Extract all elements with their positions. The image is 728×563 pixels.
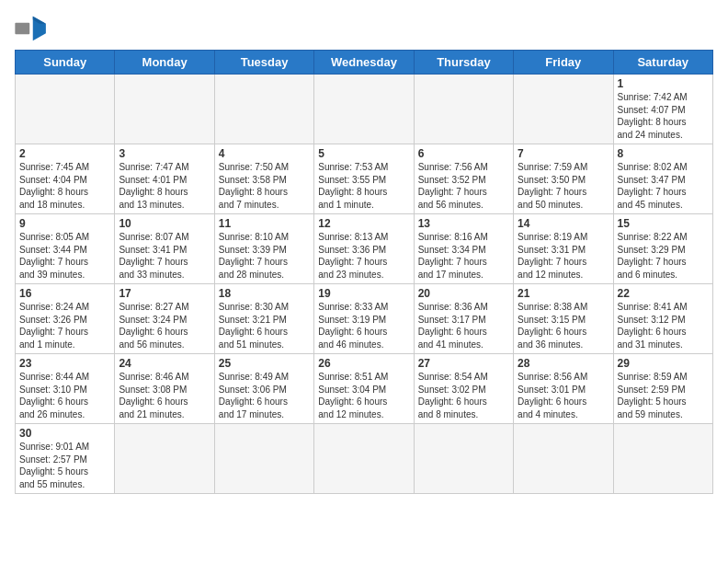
day-number: 28 <box>518 357 609 370</box>
day-number: 6 <box>418 147 509 160</box>
calendar-cell: 12Sunrise: 8:13 AM Sunset: 3:36 PM Dayli… <box>314 214 414 284</box>
day-info: Sunrise: 8:38 AM Sunset: 3:15 PM Dayligh… <box>518 301 609 350</box>
calendar-cell: 15Sunrise: 8:22 AM Sunset: 3:29 PM Dayli… <box>613 214 712 284</box>
calendar-week-2: 2Sunrise: 7:45 AM Sunset: 4:04 PM Daylig… <box>16 144 713 214</box>
calendar-cell: 23Sunrise: 8:44 AM Sunset: 3:10 PM Dayli… <box>16 354 115 424</box>
day-number: 15 <box>618 217 709 230</box>
calendar-cell <box>314 75 414 144</box>
calendar-cell: 21Sunrise: 8:38 AM Sunset: 3:15 PM Dayli… <box>514 284 613 354</box>
calendar-cell: 26Sunrise: 8:51 AM Sunset: 3:04 PM Dayli… <box>314 354 414 424</box>
day-info: Sunrise: 8:56 AM Sunset: 3:01 PM Dayligh… <box>518 371 609 420</box>
calendar-cell: 8Sunrise: 8:02 AM Sunset: 3:47 PM Daylig… <box>613 144 712 214</box>
svg-rect-0 <box>15 23 29 34</box>
day-info: Sunrise: 7:42 AM Sunset: 4:07 PM Dayligh… <box>618 91 709 141</box>
weekday-header-tuesday: Tuesday <box>214 51 313 75</box>
day-info: Sunrise: 8:36 AM Sunset: 3:17 PM Dayligh… <box>418 301 509 350</box>
day-info: Sunrise: 9:01 AM Sunset: 2:57 PM Dayligh… <box>19 441 110 490</box>
day-number: 13 <box>418 217 509 230</box>
day-info: Sunrise: 8:27 AM Sunset: 3:24 PM Dayligh… <box>119 301 210 350</box>
calendar-cell <box>16 75 115 144</box>
day-number: 11 <box>219 217 310 230</box>
day-number: 5 <box>318 147 409 160</box>
calendar-cell <box>514 75 613 144</box>
calendar-cell <box>414 75 513 144</box>
calendar-cell: 6Sunrise: 7:56 AM Sunset: 3:52 PM Daylig… <box>414 144 513 214</box>
calendar-cell <box>514 424 613 494</box>
day-info: Sunrise: 8:51 AM Sunset: 3:04 PM Dayligh… <box>318 371 409 420</box>
calendar-page: SundayMondayTuesdayWednesdayThursdayFrid… <box>0 0 728 563</box>
day-number: 19 <box>318 287 409 300</box>
day-info: Sunrise: 8:46 AM Sunset: 3:08 PM Dayligh… <box>119 371 210 420</box>
calendar-table: SundayMondayTuesdayWednesdayThursdayFrid… <box>15 50 713 494</box>
day-info: Sunrise: 8:41 AM Sunset: 3:12 PM Dayligh… <box>618 301 709 350</box>
day-info: Sunrise: 8:22 AM Sunset: 3:29 PM Dayligh… <box>618 231 709 281</box>
day-number: 18 <box>219 287 310 300</box>
day-number: 20 <box>418 287 509 300</box>
calendar-header: SundayMondayTuesdayWednesdayThursdayFrid… <box>16 51 713 75</box>
calendar-cell: 9Sunrise: 8:05 AM Sunset: 3:44 PM Daylig… <box>16 214 115 284</box>
day-number: 9 <box>19 217 110 230</box>
calendar-cell: 27Sunrise: 8:54 AM Sunset: 3:02 PM Dayli… <box>414 354 513 424</box>
weekday-header-friday: Friday <box>514 51 613 75</box>
day-number: 3 <box>119 147 210 160</box>
calendar-cell: 20Sunrise: 8:36 AM Sunset: 3:17 PM Dayli… <box>414 284 513 354</box>
calendar-cell <box>115 75 214 144</box>
day-number: 25 <box>219 357 310 370</box>
day-number: 2 <box>19 147 110 160</box>
day-number: 29 <box>618 357 709 370</box>
calendar-cell: 14Sunrise: 8:19 AM Sunset: 3:31 PM Dayli… <box>514 214 613 284</box>
day-info: Sunrise: 8:49 AM Sunset: 3:06 PM Dayligh… <box>219 371 310 420</box>
calendar-cell: 7Sunrise: 7:59 AM Sunset: 3:50 PM Daylig… <box>514 144 613 214</box>
day-info: Sunrise: 8:16 AM Sunset: 3:34 PM Dayligh… <box>418 231 509 281</box>
day-number: 21 <box>518 287 609 300</box>
calendar-cell <box>414 424 513 494</box>
calendar-cell: 19Sunrise: 8:33 AM Sunset: 3:19 PM Dayli… <box>314 284 414 354</box>
calendar-week-1: 1Sunrise: 7:42 AM Sunset: 4:07 PM Daylig… <box>16 75 713 144</box>
day-info: Sunrise: 7:56 AM Sunset: 3:52 PM Dayligh… <box>418 161 509 211</box>
calendar-week-6: 30Sunrise: 9:01 AM Sunset: 2:57 PM Dayli… <box>16 424 713 494</box>
day-info: Sunrise: 8:10 AM Sunset: 3:39 PM Dayligh… <box>219 231 310 281</box>
day-info: Sunrise: 8:07 AM Sunset: 3:41 PM Dayligh… <box>119 231 210 281</box>
day-number: 1 <box>618 77 709 90</box>
day-info: Sunrise: 8:13 AM Sunset: 3:36 PM Dayligh… <box>318 231 409 281</box>
calendar-cell: 1Sunrise: 7:42 AM Sunset: 4:07 PM Daylig… <box>613 75 712 144</box>
calendar-cell: 2Sunrise: 7:45 AM Sunset: 4:04 PM Daylig… <box>16 144 115 214</box>
day-number: 17 <box>119 287 210 300</box>
calendar-cell: 24Sunrise: 8:46 AM Sunset: 3:08 PM Dayli… <box>115 354 214 424</box>
calendar-cell: 5Sunrise: 7:53 AM Sunset: 3:55 PM Daylig… <box>314 144 414 214</box>
day-info: Sunrise: 7:45 AM Sunset: 4:04 PM Dayligh… <box>19 161 110 211</box>
header <box>15 15 713 42</box>
calendar-cell: 17Sunrise: 8:27 AM Sunset: 3:24 PM Dayli… <box>115 284 214 354</box>
weekday-header-thursday: Thursday <box>414 51 513 75</box>
calendar-week-5: 23Sunrise: 8:44 AM Sunset: 3:10 PM Dayli… <box>16 354 713 424</box>
day-number: 10 <box>119 217 210 230</box>
calendar-cell: 4Sunrise: 7:50 AM Sunset: 3:58 PM Daylig… <box>214 144 313 214</box>
calendar-cell: 22Sunrise: 8:41 AM Sunset: 3:12 PM Dayli… <box>613 284 712 354</box>
weekday-header-row: SundayMondayTuesdayWednesdayThursdayFrid… <box>16 51 713 75</box>
day-info: Sunrise: 7:47 AM Sunset: 4:01 PM Dayligh… <box>119 161 210 211</box>
day-number: 22 <box>618 287 709 300</box>
day-info: Sunrise: 8:19 AM Sunset: 3:31 PM Dayligh… <box>518 231 609 281</box>
calendar-cell: 29Sunrise: 8:59 AM Sunset: 2:59 PM Dayli… <box>613 354 712 424</box>
calendar-cell: 11Sunrise: 8:10 AM Sunset: 3:39 PM Dayli… <box>214 214 313 284</box>
day-info: Sunrise: 8:33 AM Sunset: 3:19 PM Dayligh… <box>318 301 409 350</box>
weekday-header-wednesday: Wednesday <box>314 51 414 75</box>
day-info: Sunrise: 8:44 AM Sunset: 3:10 PM Dayligh… <box>19 371 110 420</box>
day-number: 12 <box>318 217 409 230</box>
calendar-cell <box>214 75 313 144</box>
day-number: 30 <box>19 427 110 440</box>
calendar-cell <box>115 424 214 494</box>
weekday-header-monday: Monday <box>115 51 214 75</box>
day-number: 27 <box>418 357 509 370</box>
day-info: Sunrise: 8:54 AM Sunset: 3:02 PM Dayligh… <box>418 371 509 420</box>
weekday-header-saturday: Saturday <box>613 51 712 75</box>
calendar-cell: 30Sunrise: 9:01 AM Sunset: 2:57 PM Dayli… <box>16 424 115 494</box>
day-info: Sunrise: 8:02 AM Sunset: 3:47 PM Dayligh… <box>618 161 709 211</box>
calendar-cell: 3Sunrise: 7:47 AM Sunset: 4:01 PM Daylig… <box>115 144 214 214</box>
day-number: 24 <box>119 357 210 370</box>
calendar-week-4: 16Sunrise: 8:24 AM Sunset: 3:26 PM Dayli… <box>16 284 713 354</box>
calendar-cell <box>613 424 712 494</box>
general-blue-logo-icon <box>15 15 48 42</box>
day-number: 26 <box>318 357 409 370</box>
logo <box>15 15 51 42</box>
